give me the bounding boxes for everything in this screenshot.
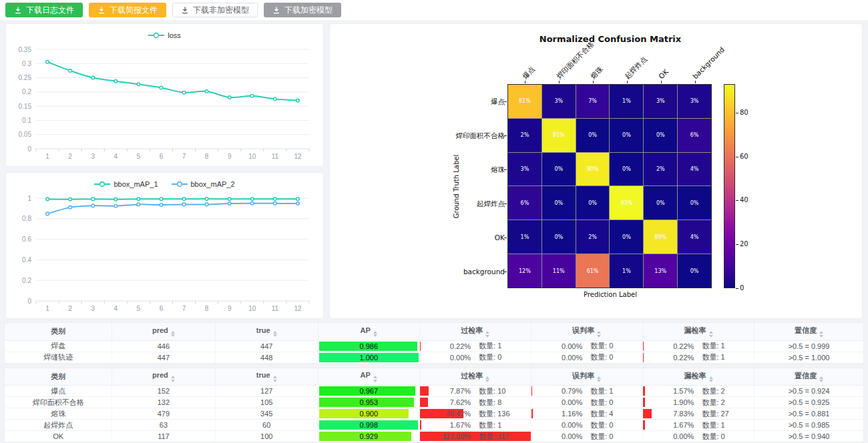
heatmap-cell: 0%: [610, 153, 643, 186]
svg-text:8: 8: [205, 153, 209, 160]
button-label: 下载加密模型: [284, 6, 333, 14]
sort-caret-icon[interactable]: [819, 376, 823, 383]
sort-caret-icon[interactable]: [709, 376, 713, 383]
button-label: 下载日志文件: [26, 6, 74, 14]
col-header-label: 置信度: [795, 372, 817, 380]
col-header-confidence[interactable]: 置信度: [754, 323, 863, 340]
table-row: 起焊炸点63600.9981.67%数量: 10.00%数量: 01.67%数量…: [5, 420, 863, 431]
heatmap-cell: 7%: [576, 85, 610, 118]
sort-caret-icon[interactable]: [485, 376, 489, 383]
col-header-true[interactable]: true: [215, 323, 318, 340]
sort-desc-icon: [709, 380, 713, 382]
download-encrypted-model-button[interactable]: 下载加密模型: [264, 3, 341, 17]
svg-text:10: 10: [248, 305, 256, 312]
sort-caret-icon[interactable]: [171, 331, 175, 338]
axis-tick: [627, 81, 628, 83]
rate-count: 数量: 117: [471, 432, 531, 442]
sort-caret-icon[interactable]: [373, 376, 377, 382]
heatmap-cell: 0%: [678, 254, 711, 288]
col-header-confidence[interactable]: 置信度: [754, 368, 863, 386]
col-header-ap[interactable]: AP: [318, 368, 419, 386]
rate-percent: 7.62%: [420, 398, 471, 406]
svg-text:3: 3: [91, 153, 95, 160]
miss-cell: 0.00%数量: 0: [642, 431, 754, 442]
legend-marker-icon: [148, 32, 164, 39]
rate-count: 数量: 8: [471, 398, 531, 408]
confusion-matrix-card: Normalized Confusion Matrix Prediction L…: [329, 23, 863, 319]
misjudge-cell: 0.79%数量: 1: [531, 386, 642, 397]
rate-text: 7.87%数量: 10: [420, 386, 531, 396]
download-report-button[interactable]: 下载简报文件: [89, 3, 166, 17]
svg-text:1: 1: [45, 305, 49, 312]
sort-caret-icon[interactable]: [485, 331, 489, 338]
rate-percent: 117.00%: [420, 432, 471, 440]
svg-text:0.1: 0.1: [22, 117, 31, 124]
col-header-miss[interactable]: 漏检率: [642, 323, 754, 340]
sort-caret-icon[interactable]: [273, 331, 277, 338]
sort-caret-icon[interactable]: [709, 331, 713, 338]
overdetect-cell: 117.00%数量: 117: [419, 431, 531, 442]
colorbar-tick: [736, 200, 738, 201]
col-header-overdetect[interactable]: 过检率: [419, 368, 531, 386]
true-cell: 105: [215, 397, 318, 408]
sort-desc-icon: [171, 334, 175, 337]
rate-text: 1.57%数量: 2: [643, 386, 754, 396]
col-header-true[interactable]: true: [215, 368, 318, 386]
colorbar-tick: [736, 113, 738, 113]
rate-percent: 1.90%: [643, 398, 694, 406]
heatmap-row-label: 爆点: [371, 97, 505, 106]
overdetect-cell: 1.67%数量: 1: [419, 420, 531, 431]
col-header-label: 类别: [51, 372, 65, 380]
sort-caret-icon[interactable]: [819, 331, 823, 338]
sort-asc-icon: [373, 376, 377, 378]
rate-text: 1.67%数量: 1: [420, 420, 531, 430]
legend-item-bbox_mAP_2[interactable]: bbox_mAP_2: [172, 180, 235, 188]
download-unencrypted-model-button[interactable]: 下载非加密模型: [172, 3, 258, 17]
rate-count: 数量: 0: [582, 420, 642, 430]
heatmap-cell: 3%: [678, 85, 711, 118]
col-header-misjudge[interactable]: 误判率: [531, 368, 642, 386]
rate-percent: 0.00%: [531, 421, 582, 429]
charts-row: loss00.050.10.150.20.250.30.351234567891…: [0, 20, 868, 319]
download-log-button[interactable]: 下载日志文件: [5, 3, 83, 17]
heatmap-cell: 90%: [576, 153, 610, 186]
sort-caret-icon[interactable]: [171, 376, 175, 382]
legend-item-bbox_mAP_1[interactable]: bbox_mAP_1: [94, 180, 158, 188]
sort-caret-icon[interactable]: [273, 376, 277, 382]
col-header-label: 漏检率: [684, 372, 706, 380]
category-cell: 熔珠: [5, 408, 112, 420]
sort-caret-icon[interactable]: [597, 376, 601, 383]
rate-count: 数量: 4: [582, 409, 642, 419]
heatmap-cell: 12%: [508, 254, 541, 288]
sort-caret-icon[interactable]: [597, 331, 601, 338]
confidence-cell: >0.5 = 0.999: [754, 340, 863, 352]
col-header-misjudge[interactable]: 误判率: [531, 323, 642, 340]
col-header-pred[interactable]: pred: [112, 368, 215, 386]
svg-text:0.15: 0.15: [19, 103, 32, 110]
colorbar-tick-label: 80: [740, 109, 748, 116]
sort-caret-icon[interactable]: [373, 331, 377, 338]
col-header-overdetect[interactable]: 过检率: [419, 323, 531, 340]
defect-metrics-table: 类别predtrueAP过检率误判率漏检率置信度爆点1521270.9677.8…: [5, 368, 863, 443]
heatmap-cell: 0%: [610, 220, 643, 254]
heatmap-cell: 1%: [508, 220, 541, 254]
svg-text:10: 10: [248, 153, 256, 160]
svg-text:1: 1: [27, 195, 31, 202]
rate-percent: 0.00%: [531, 432, 582, 440]
legend-item-loss[interactable]: loss: [148, 31, 181, 39]
left-chart-column: loss00.050.10.150.20.250.30.351234567891…: [5, 23, 324, 319]
col-header-miss[interactable]: 漏检率: [642, 368, 754, 386]
rate-percent: 1.67%: [420, 421, 471, 429]
heatmap-row-label: 焊印面积不合格: [371, 131, 505, 140]
heatmap-cell: 89%: [644, 220, 677, 254]
miss-cell: 1.57%数量: 2: [642, 386, 754, 397]
true-cell: 345: [215, 408, 318, 420]
sort-asc-icon: [485, 331, 489, 334]
svg-text:4: 4: [114, 153, 118, 160]
col-header-ap[interactable]: AP: [318, 323, 419, 340]
col-header-label: AP: [361, 371, 371, 379]
col-header-pred[interactable]: pred: [112, 323, 215, 340]
svg-text:5: 5: [137, 153, 141, 160]
ap-bar-wrap: 0.998: [319, 420, 419, 430]
miss-cell: 7.83%数量: 27: [642, 408, 754, 420]
